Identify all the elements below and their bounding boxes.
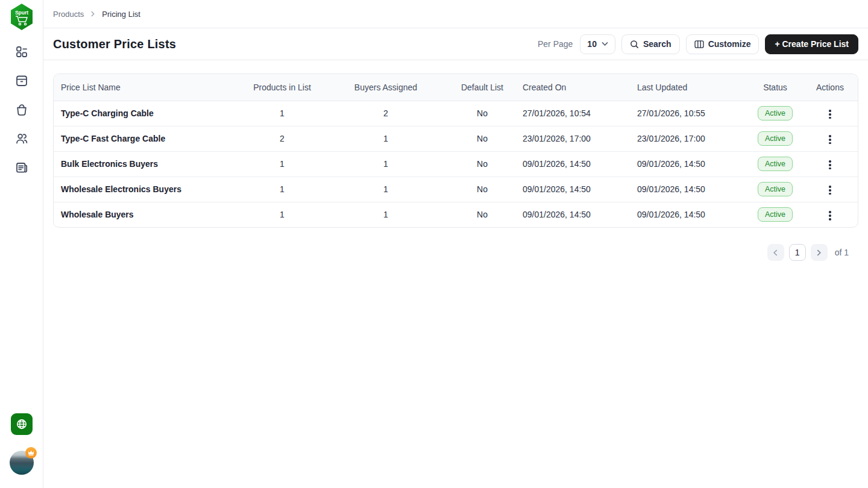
next-page-button[interactable] [811, 244, 828, 261]
col-buyers-assigned: Buyers Assigned [322, 74, 449, 101]
row-actions-kebab-icon[interactable] [824, 106, 835, 122]
pagination: 1 of 1 [53, 244, 849, 261]
default-list-cell: No [449, 202, 515, 227]
actions-cell [802, 126, 858, 151]
col-status: Status [748, 74, 802, 101]
actions-cell [802, 151, 858, 177]
brand-logo[interactable]: Spurt [9, 2, 34, 31]
default-list-cell: No [449, 126, 515, 151]
last-updated-cell: 09/01/2026, 14:50 [630, 177, 748, 202]
col-products-in-list: Products in List [242, 74, 322, 101]
price-list-name-cell[interactable]: Wholesale Electronics Buyers [54, 177, 242, 202]
created-on-cell: 09/01/2026, 14:50 [515, 202, 630, 227]
user-menu[interactable] [10, 451, 34, 475]
last-updated-cell: 09/01/2026, 14:50 [630, 151, 748, 177]
col-price-list-name: Price List Name [54, 74, 242, 101]
price-list-table-body: Type-C Charging Cable 1 2 No 27/01/2026,… [54, 101, 858, 227]
per-page-select[interactable]: 10 [580, 34, 615, 54]
sidebar-item-products[interactable] [14, 74, 29, 88]
products-in-list-cell: 2 [242, 126, 322, 151]
search-button[interactable]: Search [621, 34, 680, 54]
created-on-cell: 09/01/2026, 14:50 [515, 177, 630, 202]
buyers-assigned-cell: 1 [322, 202, 449, 227]
table-row: Type-C Charging Cable 1 2 No 27/01/2026,… [54, 101, 858, 126]
breadcrumb-products[interactable]: Products [53, 10, 84, 19]
col-actions: Actions [802, 74, 858, 101]
status-cell: Active [748, 126, 802, 151]
sidebar-item-orders[interactable] [14, 160, 29, 175]
per-page-value: 10 [587, 39, 597, 49]
columns-icon [694, 40, 704, 49]
search-button-label: Search [643, 39, 671, 49]
actions-cell [802, 177, 858, 202]
chevron-left-icon [772, 249, 779, 256]
customize-button-label: Customize [708, 39, 751, 49]
sidebar-bottom [10, 413, 34, 475]
row-actions-kebab-icon[interactable] [824, 182, 835, 198]
chevron-right-icon [90, 11, 96, 17]
status-badge: Active [758, 157, 793, 171]
default-list-cell: No [449, 151, 515, 177]
table-row: Type-C Fast Charge Cable 2 1 No 23/01/20… [54, 126, 858, 151]
status-cell: Active [748, 101, 802, 126]
chevron-right-icon [816, 249, 822, 256]
last-updated-cell: 27/01/2026, 10:55 [630, 101, 748, 126]
logo-text: Spurt [14, 10, 28, 16]
status-cell: Active [748, 177, 802, 202]
create-price-list-label: + Create Price List [775, 39, 849, 49]
price-list-name-cell[interactable]: Type-C Fast Charge Cable [54, 126, 242, 151]
actions-cell [802, 101, 858, 126]
status-badge: Active [758, 207, 793, 222]
table-header-row: Price List Name Products in List Buyers … [54, 74, 858, 101]
globe-icon [16, 418, 28, 430]
table-row: Wholesale Electronics Buyers 1 1 No 09/0… [54, 177, 858, 202]
crown-icon [25, 447, 37, 458]
customers-icon [14, 131, 29, 146]
products-in-list-cell: 1 [242, 177, 322, 202]
status-cell: Active [748, 151, 802, 177]
spurt-logo-icon: Spurt [9, 3, 34, 31]
price-list-name-cell[interactable]: Wholesale Buyers [54, 202, 242, 227]
actions-cell [802, 202, 858, 227]
sidebar-item-customers[interactable] [14, 131, 29, 146]
default-list-cell: No [449, 177, 515, 202]
status-badge: Active [758, 106, 793, 120]
language-globe-button[interactable] [11, 413, 33, 435]
page-header: Customer Price Lists Per Page 10 Search … [43, 28, 868, 60]
breadcrumb-pricing-list: Pricing List [102, 10, 140, 19]
price-list-name-cell[interactable]: Bulk Electronics Buyers [54, 151, 242, 177]
products-in-list-cell: 1 [242, 202, 322, 227]
content: Price List Name Products in List Buyers … [43, 60, 868, 261]
product-box-icon [14, 74, 29, 88]
sidebar-item-dashboard[interactable] [14, 45, 29, 59]
current-page-input[interactable]: 1 [789, 244, 806, 261]
buyers-assigned-cell: 1 [322, 177, 449, 202]
created-on-cell: 09/01/2026, 14:50 [515, 151, 630, 177]
last-updated-cell: 23/01/2026, 17:00 [630, 126, 748, 151]
search-icon [630, 40, 639, 49]
previous-page-button[interactable] [767, 244, 784, 261]
page-count-label: of 1 [835, 248, 849, 257]
col-created-on: Created On [515, 74, 630, 101]
buyers-assigned-cell: 1 [322, 126, 449, 151]
row-actions-kebab-icon[interactable] [824, 157, 835, 173]
price-lists-card: Price List Name Products in List Buyers … [53, 74, 858, 228]
price-lists-table: Price List Name Products in List Buyers … [54, 74, 858, 227]
create-price-list-button[interactable]: + Create Price List [765, 34, 858, 54]
orders-document-icon [14, 160, 29, 175]
row-actions-kebab-icon[interactable] [824, 131, 835, 148]
last-updated-cell: 09/01/2026, 14:50 [630, 202, 748, 227]
col-default-list: Default List [449, 74, 515, 101]
row-actions-kebab-icon[interactable] [824, 207, 835, 224]
products-in-list-cell: 1 [242, 151, 322, 177]
sidebar-item-shop[interactable] [14, 102, 29, 117]
dashboard-icon [14, 45, 29, 59]
default-list-cell: No [449, 101, 515, 126]
status-badge: Active [758, 131, 793, 146]
created-on-cell: 23/01/2026, 17:00 [515, 126, 630, 151]
customize-button[interactable]: Customize [686, 34, 760, 54]
breadcrumb: Products Pricing List [43, 0, 868, 28]
per-page-label: Per Page [538, 39, 573, 49]
page-title: Customer Price Lists [53, 37, 176, 51]
price-list-name-cell[interactable]: Type-C Charging Cable [54, 101, 242, 126]
